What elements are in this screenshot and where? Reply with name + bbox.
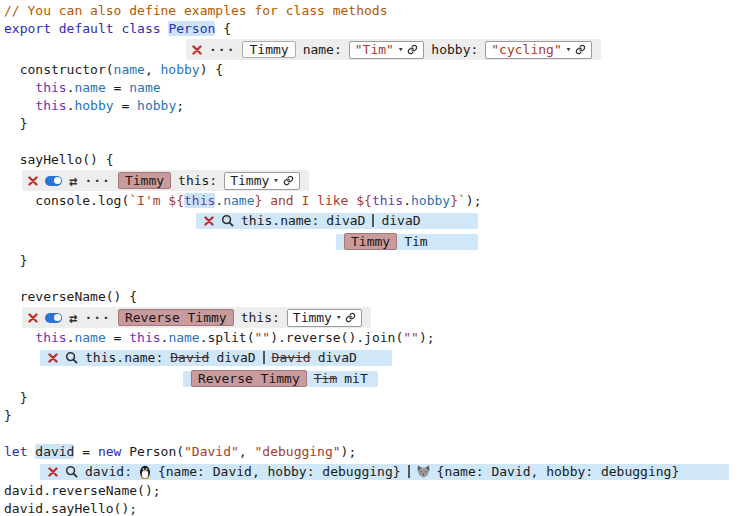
code-line[interactable]: sayHello() { [4, 151, 749, 169]
code-token: name [74, 330, 105, 345]
code-line[interactable]: david.reverseName(); [4, 482, 749, 500]
probe-label: this.name: [85, 349, 163, 367]
more-options-icon[interactable]: ··· [84, 174, 110, 187]
code-line[interactable]: console.log(`I'm ${this.name} and I like… [4, 192, 749, 210]
code-line[interactable]: } [4, 407, 749, 425]
dropdown-value: Timmy [293, 309, 332, 327]
code-line[interactable]: david.sayHello(); [4, 500, 749, 516]
code-line[interactable]: } [4, 389, 749, 407]
example-name-tag: Timmy [344, 233, 397, 250]
code-token: reverseName() { [4, 289, 137, 304]
swap-icon[interactable]: ⇄ [69, 311, 77, 325]
current-value: divaD [326, 212, 365, 230]
code-token: class [121, 21, 160, 36]
code-token: hobby [74, 98, 113, 113]
link-icon[interactable] [407, 44, 418, 55]
close-icon[interactable] [48, 353, 58, 363]
example-name-tag[interactable]: Reverse Timmy [118, 309, 234, 326]
divider [263, 351, 265, 364]
code-token: `I'm ${ [129, 193, 184, 208]
value-probe: this.name:divaDdivaD [196, 213, 478, 229]
code-token: name [114, 62, 145, 77]
magnifier-icon[interactable] [221, 214, 234, 227]
code-token: } and I like ${ [254, 193, 371, 208]
value-dropdown[interactable]: Timmy▾ [224, 172, 300, 190]
example-value-probe: TimmyTim [336, 234, 478, 250]
close-icon[interactable] [192, 45, 202, 55]
code-line[interactable] [4, 270, 749, 288]
code-token: ); [466, 193, 482, 208]
code-token: this [372, 193, 403, 208]
link-icon[interactable] [283, 175, 294, 186]
code-line[interactable]: } [4, 252, 749, 270]
code-token: . [215, 193, 223, 208]
code-token [4, 98, 35, 113]
chevron-down-icon: ▾ [398, 45, 403, 54]
code-line[interactable]: this.name = name [4, 79, 749, 97]
code-token: ) { [200, 62, 223, 77]
magnifier-icon[interactable] [65, 351, 78, 364]
toggle-icon[interactable] [45, 313, 62, 323]
toggle-icon[interactable] [45, 176, 62, 186]
current-value: miT [344, 370, 367, 388]
code-token: name [129, 80, 160, 95]
current-value: {name: David, hobby: debugging} [437, 463, 680, 481]
code-token: this [129, 330, 160, 345]
code-line[interactable]: } [4, 115, 749, 133]
link-icon[interactable] [345, 312, 356, 323]
value-dropdown[interactable]: "cycling"▾ [485, 41, 592, 59]
code-line[interactable] [4, 425, 749, 443]
code-token: } [4, 390, 27, 405]
value-dropdown[interactable]: Timmy▾ [287, 309, 363, 327]
close-icon[interactable] [48, 467, 58, 477]
close-icon[interactable] [28, 313, 38, 323]
magnifier-icon[interactable] [65, 465, 78, 478]
previous-value: David [170, 349, 209, 367]
code-line[interactable]: reverseName() { [4, 288, 749, 306]
code-token: .split( [200, 330, 255, 345]
code-token: } [4, 253, 27, 268]
code-token: hobby [137, 98, 176, 113]
code-line[interactable]: constructor(name, hobby) { [4, 61, 749, 79]
code-line[interactable]: let david = new Person("David", "debuggi… [4, 443, 749, 461]
code-token: this [35, 330, 66, 345]
value-dropdown[interactable]: "Tim"▾ [349, 41, 425, 59]
code-editor[interactable]: // You can also define examples for clas… [0, 0, 749, 516]
code-token: sayHello() { [4, 152, 114, 167]
link-icon[interactable] [575, 44, 586, 55]
code-token: "David" [184, 444, 239, 459]
code-token: "debugging" [255, 444, 341, 459]
wolf-icon [417, 465, 430, 478]
more-options-icon[interactable]: ··· [84, 311, 110, 324]
code-token: export [4, 21, 51, 36]
code-token: ); [341, 444, 357, 459]
code-token: new [98, 444, 121, 459]
code-line[interactable]: this.name = this.name.split("").reverse(… [4, 329, 749, 347]
code-token: constructor( [4, 62, 114, 77]
code-token [4, 80, 35, 95]
value-probe: this.name:DaviddivaDDaviddivaD [40, 350, 392, 366]
probe-label: this.name: [241, 212, 319, 230]
example-value-probe: Reverse TimmyTimmiT [183, 371, 378, 387]
probe-row: david:{name: David, hobby: debugging}{na… [4, 461, 749, 482]
example-name-tag[interactable]: Timmy [242, 41, 295, 58]
code-line[interactable] [4, 133, 749, 151]
example-toolbar-row: ⇄···Reverse Timmythis:Timmy▾ [4, 306, 749, 329]
param-label: hobby: [431, 41, 478, 59]
probe-row: this.name:DaviddivaDDaviddivaD [4, 347, 749, 368]
code-token: Person [168, 21, 215, 36]
code-line[interactable]: export default class Person { [4, 20, 749, 38]
code-line[interactable]: this.hobby = hobby; [4, 97, 749, 115]
example-toolbar-row: ⇄···Timmythis:Timmy▾ [4, 169, 749, 192]
code-token: name [74, 80, 105, 95]
more-options-icon[interactable]: ··· [209, 43, 235, 56]
code-token: ); [419, 330, 435, 345]
code-line[interactable]: // You can also define examples for clas… [4, 2, 749, 20]
current-value: Tim [404, 233, 427, 251]
code-token: david [35, 444, 74, 459]
code-token: david.reverseName(); [4, 483, 161, 498]
close-icon[interactable] [28, 176, 38, 186]
swap-icon[interactable]: ⇄ [69, 174, 77, 188]
example-name-tag[interactable]: Timmy [118, 172, 171, 189]
close-icon[interactable] [204, 216, 214, 226]
